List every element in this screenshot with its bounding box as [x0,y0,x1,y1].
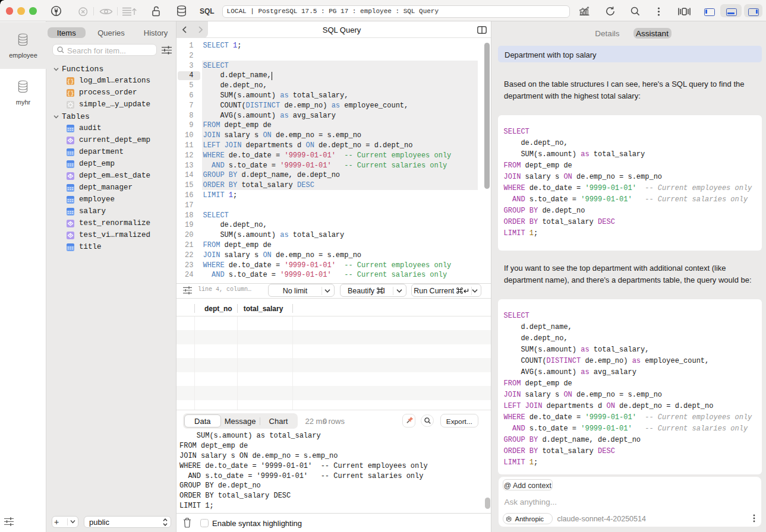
svg-text:{}: {} [67,90,74,96]
svg-text:{}: {} [67,78,74,84]
